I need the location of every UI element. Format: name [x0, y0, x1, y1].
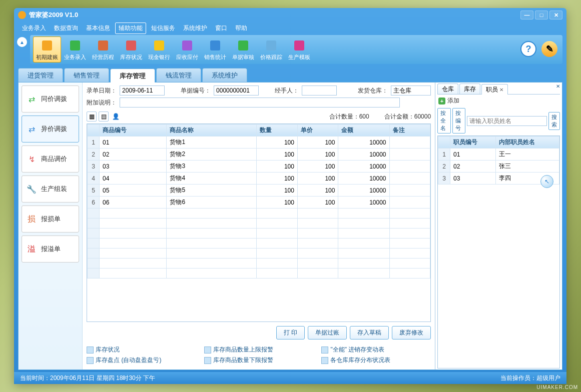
save-draft-button[interactable]: 存入草稿 — [350, 326, 389, 340]
employee-search-input[interactable] — [467, 116, 547, 126]
doc-input[interactable] — [214, 86, 259, 96]
table-row[interactable]: 404货物410010010000 — [88, 172, 430, 184]
ntab-2[interactable]: 库存管理 — [110, 68, 155, 82]
rtab-0[interactable]: 仓库 — [437, 84, 458, 94]
right-panel-close[interactable]: ✕ — [556, 84, 560, 89]
filter-no-button[interactable]: 按编号 — [452, 108, 465, 134]
toolbar: 初期建账业务录入经营历程库存状况现金银行应收应付销售统计单据审核价格跟踪生产模板… — [30, 35, 562, 64]
link-2[interactable]: "全能" 进销存变动表 — [321, 346, 431, 354]
status-time-label: 当前时间： — [20, 374, 50, 382]
link-5[interactable]: 各仓库库存分布状况表 — [321, 356, 431, 364]
status-time: 2009年06月11日 星期四 18时30分 下午 — [50, 374, 155, 382]
menu-4[interactable]: 短信服务 — [148, 23, 178, 34]
svg-rect-8 — [266, 40, 276, 50]
toolbar-collapse-toggle[interactable]: ▲ — [17, 37, 27, 47]
warehouse-input[interactable] — [391, 86, 431, 96]
link-1[interactable]: 库存商品数量上限报警 — [204, 346, 314, 354]
svg-rect-2 — [98, 40, 108, 50]
grid-icon-1[interactable]: ▦ — [87, 112, 97, 122]
total-qty-label: 合计数量： — [329, 113, 359, 120]
tool-5[interactable]: 应收应付 — [173, 36, 201, 62]
tool-3[interactable]: 库存状况 — [117, 36, 145, 62]
ntab-1[interactable]: 销售管理 — [64, 68, 109, 82]
right-grid[interactable]: 职员编号内部职员姓名101王一202张三303李四 ↖ — [437, 136, 560, 368]
menu-2[interactable]: 基本信息 — [83, 23, 113, 34]
notebook-tabs: 进货管理销售管理库存管理钱流管理系统维护 — [18, 68, 562, 82]
handler-label: 经手人： — [275, 86, 299, 95]
status-operator-label: 当前操作员： — [500, 374, 536, 382]
table-row[interactable]: 101货物110010010000 — [88, 136, 430, 148]
note-input[interactable] — [120, 98, 400, 108]
post-button[interactable]: 单据过账 — [308, 326, 347, 340]
search-button[interactable]: 搜索 — [548, 112, 560, 130]
tool-2[interactable]: 经营历程 — [89, 36, 117, 62]
content-area: 录单日期： 单据编号： 经手人： 发货仓库： 附加说明： — [83, 82, 435, 370]
ntab-0[interactable]: 进货管理 — [18, 68, 63, 82]
tool-1[interactable]: 业务录入 — [61, 36, 89, 62]
tool-0[interactable]: 初期建账 — [33, 36, 61, 62]
menubar: 业务录入数据查询基本信息辅助功能短信服务系统维护窗口帮助 — [14, 22, 566, 34]
maximize-button[interactable]: □ — [535, 10, 548, 20]
link-3[interactable]: 库存盘点 (自动盘盈盘亏) — [87, 356, 196, 364]
svg-rect-5 — [182, 40, 192, 50]
status-operator: 超级用户 — [536, 374, 560, 382]
window-title: 管家婆2009 V1.0 — [29, 10, 78, 20]
app-icon — [18, 11, 26, 19]
side-item-2[interactable]: ↯商品调价 — [22, 146, 79, 172]
side-item-0[interactable]: ⇄同价调拨 — [22, 86, 79, 112]
menu-6[interactable]: 窗口 — [212, 23, 230, 34]
form-row-1: 录单日期： 单据编号： 经手人： 发货仓库： — [87, 86, 431, 96]
print-button[interactable]: 打 印 — [276, 326, 305, 340]
grid-icon-2[interactable]: ▤ — [99, 112, 109, 122]
discard-button[interactable]: 废弃修改 — [392, 326, 431, 340]
employee-row[interactable]: 202张三 — [438, 160, 559, 172]
svg-rect-1 — [70, 40, 80, 50]
side-item-5[interactable]: 溢报溢单 — [22, 236, 79, 262]
svg-rect-7 — [238, 40, 248, 50]
tool-6[interactable]: 销售统计 — [201, 36, 229, 62]
table-row[interactable]: 202货物210010010000 — [88, 148, 430, 160]
side-item-1[interactable]: ⇄异价调拨 — [22, 116, 79, 142]
doc-label: 单据编号： — [181, 86, 211, 95]
svg-rect-0 — [42, 40, 52, 50]
ntab-4[interactable]: 系统维护 — [202, 68, 247, 82]
filter-all-button[interactable]: 按全名 — [437, 108, 450, 134]
form-row-2: 附加说明： — [87, 98, 431, 108]
side-item-3[interactable]: 🔧生产组装 — [22, 176, 79, 202]
date-input[interactable] — [120, 86, 165, 96]
menu-5[interactable]: 系统维护 — [180, 23, 210, 34]
menu-1[interactable]: 数据查询 — [51, 23, 81, 34]
minimize-button[interactable]: — — [520, 10, 533, 20]
about-icon[interactable]: ✎ — [541, 41, 557, 57]
plus-icon: + — [438, 98, 445, 104]
ntab-3[interactable]: 钱流管理 — [156, 68, 201, 82]
tool-8[interactable]: 价格跟踪 — [257, 36, 285, 62]
menu-0[interactable]: 业务录入 — [19, 23, 49, 34]
float-arrow-icon[interactable]: ↖ — [540, 175, 553, 188]
tool-4[interactable]: 现金银行 — [145, 36, 173, 62]
table-row[interactable]: 303货物310010010000 — [88, 160, 430, 172]
help-icon[interactable]: ? — [520, 41, 536, 57]
person-icon[interactable]: 👤 — [111, 112, 121, 122]
tool-7[interactable]: 单据审核 — [229, 36, 257, 62]
rtab-1[interactable]: 库存 — [459, 84, 480, 94]
main-grid[interactable]: 商品编号商品名称数量单价金额备注101货物110010010000202货物21… — [87, 124, 431, 322]
menu-3[interactable]: 辅助功能 — [115, 22, 146, 34]
statusbar: 当前时间： 2009年06月11日 星期四 18时30分 下午 当前操作员： 超… — [14, 372, 566, 384]
side-item-4[interactable]: 损报损单 — [22, 206, 79, 232]
tool-9[interactable]: 生产模板 — [285, 36, 313, 62]
rtab-2[interactable]: 职员✕ — [481, 84, 508, 94]
side-menu: ⇄同价调拨⇄异价调拨↯商品调价🔧生产组装损报损单溢报溢单 — [19, 82, 83, 370]
handler-input[interactable] — [302, 86, 337, 96]
menu-7[interactable]: 帮助 — [232, 23, 250, 34]
close-button[interactable]: ✕ — [549, 10, 562, 20]
employee-row[interactable]: 101王一 — [438, 148, 559, 160]
app-window: 管家婆2009 V1.0 — □ ✕ 业务录入数据查询基本信息辅助功能短信服务系… — [14, 8, 566, 384]
link-4[interactable]: 库存商品数量下限报警 — [204, 356, 314, 364]
add-item[interactable]: + 添加 — [437, 94, 560, 107]
table-row[interactable]: 606货物610010010000 — [88, 196, 430, 208]
link-0[interactable]: 库存状况 — [87, 346, 196, 354]
table-row[interactable]: 505货物510010010000 — [88, 184, 430, 196]
total-amt-label: 合计金额： — [384, 113, 414, 120]
rtab-close-icon[interactable]: ✕ — [499, 87, 503, 92]
